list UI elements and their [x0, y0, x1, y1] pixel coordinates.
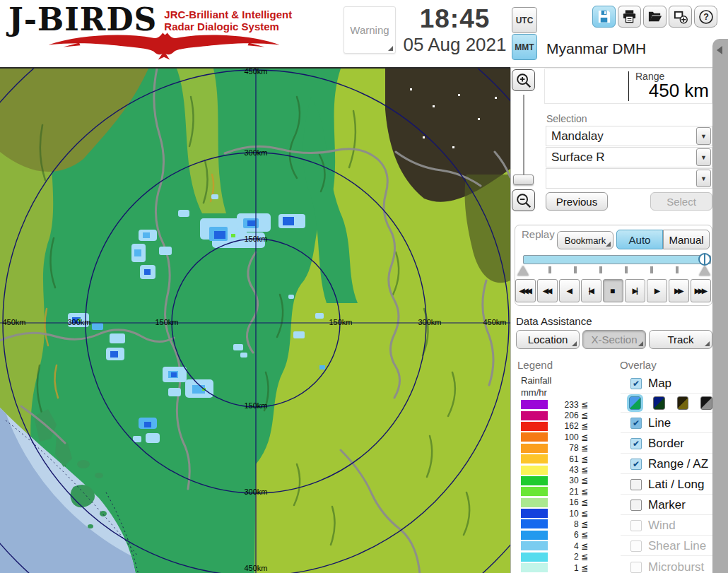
popup-corner-icon — [572, 341, 577, 346]
replay-slider-track[interactable] — [523, 255, 711, 264]
replay-slider-handle[interactable] — [698, 253, 711, 266]
step-forward-button[interactable]: ▶| — [625, 279, 645, 302]
floppy-icon — [597, 9, 611, 24]
help-icon: ? — [698, 9, 714, 25]
overlay-item-wind: Wind — [621, 516, 712, 536]
slider-tick — [574, 266, 577, 273]
legend-label: Legend — [517, 359, 553, 371]
select-button[interactable]: Select — [650, 192, 712, 211]
legend-color-swatch — [521, 454, 548, 463]
checkbox-checked-icon[interactable]: ✔ — [630, 438, 642, 449]
range-label: 150km — [244, 235, 267, 243]
slider-tick — [548, 266, 551, 273]
overlay-item-lati-long[interactable]: Lati / Long — [621, 475, 712, 495]
jbirds-window: J-BIRDS JRC-Brilliant & Intelligent Rada… — [0, 0, 728, 573]
legend-color-swatch — [521, 509, 548, 518]
legend-value: 233 ≦ — [548, 400, 588, 410]
overlay-item-range-az[interactable]: ✔ Range / AZ — [621, 455, 712, 474]
checkbox-unchecked-icon[interactable] — [630, 479, 642, 490]
zoom-in-button[interactable] — [512, 69, 535, 91]
station-name: Myanmar DMH — [546, 40, 646, 57]
popup-corner-icon — [705, 341, 710, 346]
fast-forward-button[interactable]: ▶▶ — [669, 279, 689, 302]
help-button[interactable]: ? — [694, 6, 717, 28]
slider-tick — [599, 266, 602, 273]
product-dropdown[interactable]: Surface R ▼ — [546, 147, 712, 167]
legend-row: 30 ≦ — [521, 475, 588, 486]
checkbox-unchecked-icon[interactable] — [630, 500, 642, 511]
range-label: 150km — [155, 319, 178, 326]
chevron-down-icon[interactable]: ▼ — [696, 170, 711, 187]
legend-color-swatch — [521, 487, 548, 496]
utc-button[interactable]: UTC — [512, 7, 537, 33]
legend-color-swatch — [521, 400, 548, 409]
app-logo: J-BIRDS JRC-Brilliant & Intelligent Rada… — [8, 4, 334, 64]
panel-collapse-strip[interactable] — [712, 39, 728, 573]
slider-end-marker[interactable] — [699, 266, 710, 276]
previous-button[interactable]: Previous — [546, 192, 608, 211]
checkbox-disabled-icon — [630, 540, 642, 552]
overlay-item-marker[interactable]: Marker — [621, 496, 712, 515]
legend-row: 16 ≦ — [521, 497, 588, 508]
save-button[interactable] — [592, 6, 616, 28]
legend-value: 16 ≦ — [548, 497, 588, 507]
capture-button[interactable] — [669, 6, 692, 28]
legend-scale: 233 ≦ 206 ≦ 162 ≦ 100 ≦ 78 ≦ 61 ≦ 43 ≦ 3… — [521, 399, 588, 573]
zoom-slider-track[interactable] — [523, 95, 524, 185]
folder-open-icon — [647, 9, 662, 24]
overlay-item-map[interactable]: ✔ Map — [621, 374, 712, 394]
legend-color-swatch — [521, 444, 548, 453]
replay-label: Replay — [522, 228, 555, 240]
popup-corner-icon — [388, 46, 393, 51]
zoom-out-button[interactable] — [512, 189, 535, 211]
magnifier-minus-icon — [515, 192, 532, 209]
step-back-button[interactable]: |◀ — [581, 279, 601, 302]
play-reverse-button[interactable]: ◀ — [559, 279, 580, 302]
jump-end-button[interactable]: ▶▶▶ — [691, 279, 711, 302]
slider-start-marker[interactable] — [517, 266, 529, 276]
chevron-down-icon[interactable]: ▼ — [696, 127, 711, 145]
fast-rewind-button[interactable]: ◀◀ — [537, 279, 558, 302]
legend-color-swatch — [521, 498, 548, 507]
checkbox-checked-icon[interactable]: ✔ — [630, 418, 642, 429]
stop-button[interactable]: ■ — [603, 279, 623, 302]
legend-row: 233 ≦ — [521, 399, 588, 410]
range-label: 300km — [418, 319, 441, 326]
zoom-slider-handle[interactable] — [513, 175, 534, 185]
logo-tagline: JRC-Brilliant & Intelligent Radar Dialog… — [164, 4, 292, 33]
play-button[interactable]: ▶ — [647, 279, 667, 302]
checkbox-disabled-icon — [630, 520, 642, 531]
checkbox-checked-icon[interactable]: ✔ — [630, 378, 642, 389]
legend-row: 21 ≦ — [521, 486, 588, 497]
jump-start-button[interactable]: ◀◀◀ — [515, 279, 536, 302]
map-style-swatch[interactable] — [677, 396, 689, 410]
site-dropdown[interactable]: Mandalay ▼ — [546, 126, 712, 146]
xsection-button[interactable]: X-Section — [582, 330, 646, 349]
collapse-arrow-icon[interactable] — [717, 46, 722, 54]
option-dropdown[interactable]: ▼ — [546, 168, 712, 189]
track-button[interactable]: Track — [649, 330, 712, 349]
legend-row: 6 ≦ — [521, 530, 588, 540]
radar-map[interactable]: 450km 300km 150km 150km 300km 450km 450k… — [0, 67, 510, 573]
open-file-button[interactable] — [643, 6, 667, 28]
legend-row: 61 ≦ — [521, 454, 588, 464]
legend-value: 206 ≦ — [548, 410, 588, 420]
legend-unit: Rainfall mm/hr — [521, 375, 551, 399]
print-button[interactable] — [618, 6, 641, 28]
checkbox-disabled-icon — [630, 562, 642, 573]
map-style-swatch[interactable] — [653, 396, 665, 410]
replay-auto-button[interactable]: Auto — [616, 230, 663, 249]
overlay-item-border[interactable]: ✔ Border — [621, 435, 712, 454]
warning-button[interactable]: Warning — [344, 6, 396, 54]
legend-color-swatch — [521, 422, 548, 431]
location-button[interactable]: Location — [516, 330, 580, 349]
bookmark-button[interactable]: Bookmark — [557, 231, 613, 249]
replay-manual-button[interactable]: Manual — [663, 230, 710, 249]
overlay-item-shear-line: Shear Line — [621, 537, 712, 556]
overlay-item-line[interactable]: ✔ Line — [621, 414, 712, 433]
checkbox-checked-icon[interactable]: ✔ — [630, 459, 642, 470]
chevron-down-icon[interactable]: ▼ — [696, 148, 711, 166]
mmt-button[interactable]: MMT — [512, 34, 537, 60]
map-style-swatch[interactable] — [629, 396, 641, 410]
map-style-swatch[interactable] — [700, 396, 712, 410]
